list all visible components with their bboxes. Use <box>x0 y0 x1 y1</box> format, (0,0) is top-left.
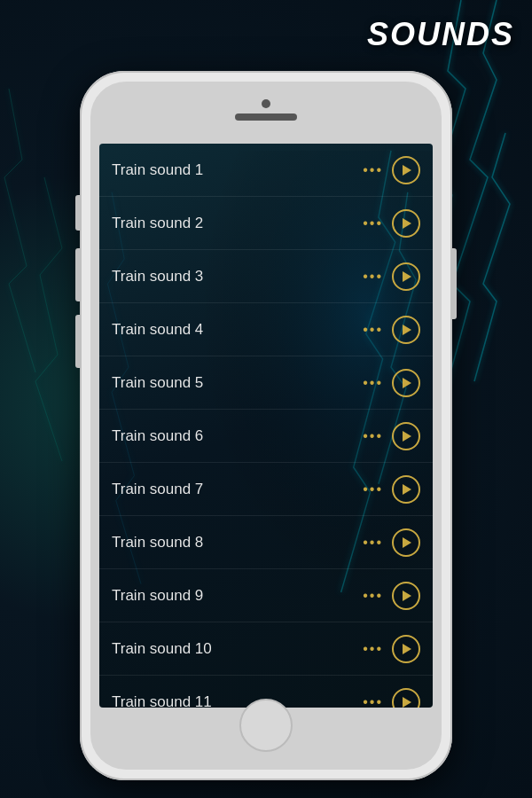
sound-item-5[interactable]: Train sound 5••• <box>99 356 433 410</box>
play-button-3[interactable] <box>392 262 420 291</box>
phone-screen: Train sound 1••• Train sound 2••• Train … <box>99 144 433 708</box>
play-button-5[interactable] <box>392 369 420 397</box>
svg-marker-10 <box>403 644 411 654</box>
sound-controls-10: ••• <box>363 635 420 663</box>
sound-name-6: Train sound 6 <box>112 427 203 445</box>
side-button-mute <box>75 195 80 231</box>
sound-list: Train sound 1••• Train sound 2••• Train … <box>99 144 433 708</box>
sound-name-11: Train sound 11 <box>112 693 212 708</box>
play-button-10[interactable] <box>392 635 420 663</box>
dots-button-10[interactable]: ••• <box>363 641 383 657</box>
play-button-2[interactable] <box>392 209 420 238</box>
phone-frame: Train sound 1••• Train sound 2••• Train … <box>80 71 452 780</box>
svg-marker-1 <box>403 165 411 176</box>
sound-controls-2: ••• <box>363 209 420 238</box>
sound-controls-8: ••• <box>363 528 420 557</box>
svg-marker-6 <box>403 431 411 442</box>
dots-button-6[interactable]: ••• <box>363 428 383 444</box>
sound-item-4[interactable]: Train sound 4••• <box>99 303 433 356</box>
side-button-power <box>452 248 457 319</box>
dots-button-8[interactable]: ••• <box>363 535 383 551</box>
side-button-vol-up <box>75 248 80 301</box>
phone-notch <box>235 99 297 121</box>
svg-marker-5 <box>403 378 411 388</box>
sound-item-9[interactable]: Train sound 9••• <box>99 569 433 622</box>
sound-item-11[interactable]: Train sound 11••• <box>99 676 433 708</box>
svg-marker-2 <box>403 218 411 229</box>
sound-controls-5: ••• <box>363 369 420 397</box>
dots-button-11[interactable]: ••• <box>363 694 383 708</box>
sound-item-1[interactable]: Train sound 1••• <box>99 144 433 197</box>
sound-name-5: Train sound 5 <box>112 374 203 392</box>
dots-button-1[interactable]: ••• <box>363 162 383 178</box>
play-button-11[interactable] <box>392 688 420 708</box>
sound-name-4: Train sound 4 <box>112 321 203 339</box>
sound-controls-6: ••• <box>363 422 420 450</box>
svg-marker-9 <box>403 591 411 601</box>
play-button-9[interactable] <box>392 582 420 610</box>
sound-item-6[interactable]: Train sound 6••• <box>99 410 433 463</box>
svg-marker-11 <box>403 697 411 708</box>
play-button-7[interactable] <box>392 475 420 504</box>
play-button-6[interactable] <box>392 422 420 450</box>
dots-button-3[interactable]: ••• <box>363 269 383 285</box>
sound-name-7: Train sound 7 <box>112 481 203 498</box>
sound-name-10: Train sound 10 <box>112 640 212 658</box>
dots-button-2[interactable]: ••• <box>363 215 383 231</box>
svg-marker-4 <box>403 325 411 335</box>
sound-name-8: Train sound 8 <box>112 534 203 552</box>
phone-inner: Train sound 1••• Train sound 2••• Train … <box>90 82 442 770</box>
play-button-8[interactable] <box>392 528 420 557</box>
play-button-4[interactable] <box>392 316 420 344</box>
play-button-1[interactable] <box>392 156 420 184</box>
side-button-vol-down <box>75 315 80 368</box>
sound-name-3: Train sound 3 <box>112 268 203 286</box>
sound-controls-3: ••• <box>363 262 420 291</box>
sound-item-10[interactable]: Train sound 10••• <box>99 622 433 676</box>
sound-item-2[interactable]: Train sound 2••• <box>99 197 433 250</box>
sound-controls-9: ••• <box>363 582 420 610</box>
camera <box>262 99 270 108</box>
sound-name-1: Train sound 1 <box>112 161 203 179</box>
dots-button-9[interactable]: ••• <box>363 588 383 604</box>
sound-item-7[interactable]: Train sound 7••• <box>99 463 433 516</box>
svg-marker-7 <box>403 484 411 495</box>
dots-button-7[interactable]: ••• <box>363 481 383 497</box>
svg-marker-8 <box>403 537 411 548</box>
dots-button-5[interactable]: ••• <box>363 375 383 391</box>
sound-name-9: Train sound 9 <box>112 587 203 605</box>
sound-item-3[interactable]: Train sound 3••• <box>99 250 433 303</box>
svg-marker-3 <box>403 271 411 282</box>
sound-controls-1: ••• <box>363 156 420 184</box>
sound-controls-7: ••• <box>363 475 420 504</box>
app-title: SOUNDS <box>367 16 514 53</box>
sound-controls-4: ••• <box>363 316 420 344</box>
sound-name-2: Train sound 2 <box>112 215 203 232</box>
sound-controls-11: ••• <box>363 688 420 708</box>
speaker <box>235 113 297 121</box>
dots-button-4[interactable]: ••• <box>363 322 383 338</box>
sound-item-8[interactable]: Train sound 8••• <box>99 516 433 569</box>
